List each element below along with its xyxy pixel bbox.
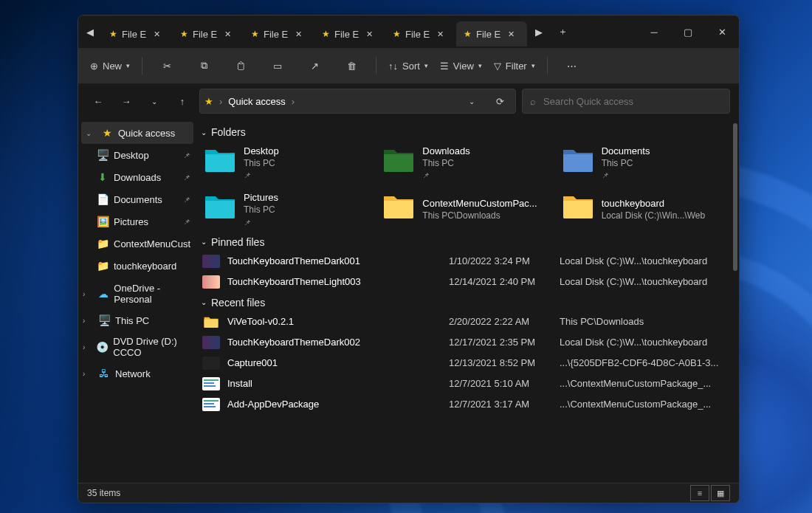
thumbnails-view-button[interactable]: ▦ [711, 485, 730, 501]
folder-location: This PC [244, 158, 279, 170]
sidebar-item-quick-access[interactable]: ⌄ ★ Quick access [81, 122, 193, 144]
filter-button[interactable]: ▽Filter▾ [489, 53, 540, 78]
pictures-icon: 🖼️ [96, 215, 109, 228]
sidebar-item-onedrive[interactable]: ›☁OneDrive - Personal [78, 283, 196, 305]
file-date: 12/17/2021 2:35 PM [449, 337, 560, 348]
file-name: TouchKeyboardThemeDark001 [227, 255, 449, 266]
file-thumbnail [202, 275, 220, 289]
file-row[interactable]: Install12/7/2021 5:10 AM...\ContextMenuC… [199, 373, 730, 394]
file-row[interactable]: TouchKeyboardThemeLight00312/14/2021 2:4… [199, 272, 730, 292]
file-thumbnail [202, 398, 220, 411]
back-button[interactable]: ← [87, 90, 109, 112]
new-button[interactable]: ⊕New▾ [86, 53, 134, 78]
search-icon: ⌕ [530, 96, 536, 107]
section-label: Pinned files [211, 236, 264, 248]
sidebar-item-pc[interactable]: ›🖥️This PC [78, 309, 196, 331]
address-bar[interactable]: ★ › Quick access › ⌄ ⟳ [199, 89, 516, 114]
tab-2[interactable]: ★File E✕ [244, 21, 314, 47]
folder-item[interactable]: DocumentsThis PC📌︎ [557, 141, 730, 185]
rename-icon: ▭ [273, 61, 282, 72]
view-mode-buttons: ≡ ▦ [690, 485, 730, 501]
sidebar-item-documents[interactable]: 📄Documents📌︎ [78, 188, 196, 210]
tab-close-button[interactable]: ✕ [221, 28, 234, 41]
rename-button[interactable]: ▭ [261, 53, 295, 78]
paste-button[interactable]: 📋︎ [224, 53, 258, 78]
breadcrumb-root[interactable]: Quick access [228, 96, 285, 107]
sidebar-item-desktop[interactable]: 🖥️Desktop📌︎ [78, 144, 196, 166]
search-box[interactable]: ⌕ [522, 89, 730, 114]
sort-button[interactable]: ↑↓Sort▾ [384, 53, 433, 78]
recent-locations-button[interactable]: ⌄ [143, 90, 165, 112]
folder-name: Documents [602, 145, 650, 158]
tab-4[interactable]: ★File E✕ [385, 21, 456, 47]
share-button[interactable]: ↗ [297, 53, 331, 78]
copy-button[interactable]: ⧉ [187, 53, 221, 78]
documents-icon: 📄 [96, 193, 109, 206]
file-row[interactable]: Add-AppDevPackage12/7/2021 3:17 AM...\Co… [199, 394, 730, 415]
file-row[interactable]: TouchKeyboardThemeDark0011/10/2022 3:24 … [199, 251, 730, 272]
share-icon: ↗ [311, 61, 319, 72]
pin-icon: 📌︎ [183, 196, 190, 204]
tab-3[interactable]: ★File E✕ [314, 21, 385, 47]
scrollbar[interactable] [733, 123, 737, 271]
folder-name: touchkeyboard [602, 198, 705, 210]
address-dropdown[interactable]: ⌄ [461, 90, 483, 112]
star-icon: ★ [322, 29, 330, 39]
up-button[interactable]: ↑ [171, 90, 193, 112]
search-input[interactable] [542, 95, 722, 108]
details-view-button[interactable]: ≡ [690, 485, 709, 501]
tab-scroll-right[interactable]: ▶ [527, 20, 551, 44]
forward-button[interactable]: → [115, 90, 137, 112]
section-recent-files[interactable]: ⌄Recent files [201, 297, 730, 309]
sidebar-item-network[interactable]: ›🖧Network [78, 362, 196, 385]
tab-close-button[interactable]: ✕ [434, 28, 447, 41]
refresh-button[interactable]: ⟳ [489, 90, 511, 112]
tab-1[interactable]: ★File E✕ [173, 21, 244, 47]
tab-close-button[interactable]: ✕ [505, 28, 517, 41]
chevron-down-icon: ⌄ [201, 238, 207, 246]
file-location: ...\ContextMenuCustomPackage_... [560, 378, 730, 389]
more-button[interactable]: ⋯ [555, 53, 589, 78]
tab-close-button[interactable]: ✕ [151, 28, 163, 41]
chevron-down-icon: ▾ [126, 62, 130, 69]
cut-button[interactable]: ✂ [150, 53, 184, 78]
chevron-down-icon: ▾ [478, 62, 482, 69]
folder-item[interactable]: DesktopThis PC📌︎ [199, 141, 372, 185]
folder-item[interactable]: PicturesThis PC📌︎ [199, 187, 372, 231]
new-tab-button[interactable]: ＋ [551, 25, 574, 38]
tab-close-button[interactable]: ✕ [363, 28, 376, 41]
minimize-button[interactable]: ─ [637, 20, 671, 44]
sidebar-item-downloads[interactable]: ⬇Downloads📌︎ [78, 166, 196, 188]
file-thumbnail [202, 377, 220, 390]
sidebar-item-dvd[interactable]: ›💿DVD Drive (D:) CCCO [78, 336, 196, 358]
section-folders[interactable]: ⌄Folders [201, 126, 730, 138]
content-pane: ⌄Folders DesktopThis PC📌︎DownloadsThis P… [196, 119, 739, 483]
pin-icon: 📌︎ [183, 173, 190, 182]
section-label: Folders [211, 126, 246, 138]
maximize-button[interactable]: ▢ [671, 20, 705, 44]
pin-icon: 📌︎ [183, 218, 190, 226]
file-row[interactable]: ViVeTool-v0.2.12/20/2022 2:22 AMThis PC\… [199, 311, 730, 332]
delete-button[interactable]: 🗑︎ [334, 53, 368, 78]
file-row[interactable]: Capture00112/13/2021 8:52 PM...\{5205DFB… [199, 353, 730, 373]
close-button[interactable]: ✕ [705, 20, 739, 44]
folder-item[interactable]: touchkeyboardLocal Disk (C:)\Win...\Web [557, 187, 730, 231]
section-pinned-files[interactable]: ⌄Pinned files [201, 236, 730, 248]
file-name: Add-AppDevPackage [227, 399, 449, 410]
tab-0[interactable]: ★File E✕ [102, 21, 173, 47]
tab-scroll-left[interactable]: ◀ [78, 20, 102, 44]
tab-label: File E [334, 29, 359, 40]
sidebar-item-label: ContextMenuCust [114, 238, 190, 249]
filter-icon: ▽ [494, 61, 501, 72]
tab-5[interactable]: ★File E✕ [456, 21, 527, 47]
view-button[interactable]: ☰View▾ [436, 53, 486, 78]
sidebar-item-touchkeyboard[interactable]: 📁touchkeyboard [78, 255, 196, 277]
sidebar-item-pictures[interactable]: 🖼️Pictures📌︎ [78, 210, 196, 233]
folder-item[interactable]: ContextMenuCustomPac...This PC\Downloads [378, 187, 551, 231]
recent-files-list: ViVeTool-v0.2.12/20/2022 2:22 AMThis PC\… [199, 311, 730, 415]
folder-item[interactable]: DownloadsThis PC📌︎ [378, 141, 551, 185]
sidebar-item-contextmenucust[interactable]: 📁ContextMenuCust [78, 233, 196, 255]
file-row[interactable]: TouchKeyboardThemeDark00212/17/2021 2:35… [199, 332, 730, 353]
sidebar-item-label: DVD Drive (D:) CCCO [113, 336, 196, 358]
tab-close-button[interactable]: ✕ [292, 28, 305, 41]
